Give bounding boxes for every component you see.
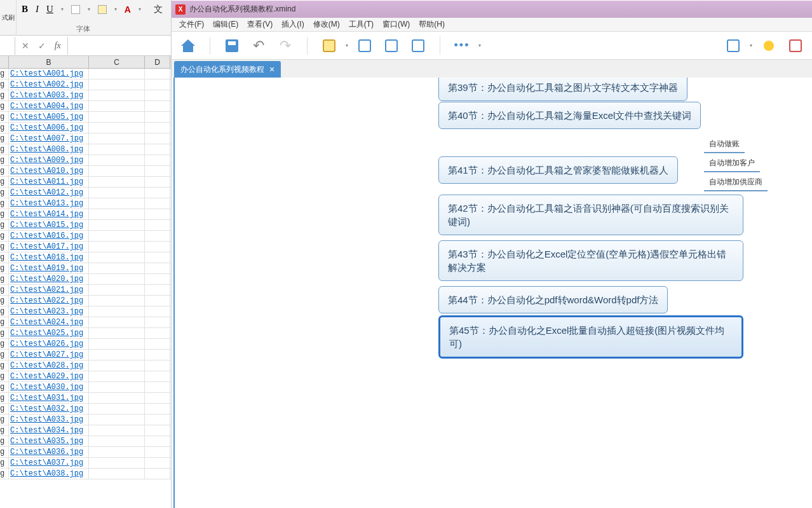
menu-item[interactable]: 文件(F) <box>175 18 208 31</box>
dropdown-icon[interactable]: ▾ <box>139 6 141 12</box>
menu-item[interactable]: 修改(M) <box>309 18 344 31</box>
table-row[interactable]: gC:\test\A013.jpg <box>0 198 171 209</box>
cell[interactable] <box>89 144 145 154</box>
menu-item[interactable]: 窗口(W) <box>379 18 414 31</box>
cell[interactable] <box>145 144 170 154</box>
cell[interactable]: g <box>0 360 9 371</box>
table-row[interactable]: gC:\test\A009.jpg <box>0 155 171 166</box>
cell[interactable] <box>89 306 145 317</box>
cell[interactable] <box>145 69 170 79</box>
cell[interactable]: g <box>0 371 9 381</box>
hyperlink-cell[interactable]: C:\test\A020.jpg <box>9 274 89 284</box>
hyperlink-cell[interactable]: C:\test\A035.jpg <box>9 436 89 446</box>
table-row[interactable]: gC:\test\A010.jpg <box>0 166 171 177</box>
menu-item[interactable]: 编辑(E) <box>209 18 242 31</box>
table-row[interactable]: gC:\test\A025.jpg <box>0 328 171 339</box>
cell[interactable]: g <box>0 317 9 327</box>
cell[interactable] <box>89 458 145 468</box>
cell[interactable] <box>145 209 170 219</box>
hyperlink-cell[interactable]: C:\test\A018.jpg <box>9 252 89 263</box>
cell[interactable] <box>145 371 170 381</box>
tool-button-3[interactable] <box>381 36 402 56</box>
cell[interactable] <box>145 393 170 403</box>
tab-close-icon[interactable]: × <box>269 64 274 74</box>
cell[interactable] <box>89 404 145 414</box>
hyperlink-cell[interactable]: C:\test\A015.jpg <box>9 220 89 230</box>
hyperlink-cell[interactable]: C:\test\A021.jpg <box>9 285 89 295</box>
cell[interactable]: g <box>0 274 9 284</box>
cell[interactable] <box>145 436 170 446</box>
hyperlink-cell[interactable]: C:\test\A010.jpg <box>9 166 89 176</box>
cell[interactable] <box>89 198 145 209</box>
hyperlink-cell[interactable]: C:\test\A036.jpg <box>9 447 89 457</box>
idea-button[interactable] <box>759 36 779 56</box>
cell[interactable] <box>89 274 145 284</box>
format-painter-button[interactable]: 式刷 <box>0 0 17 36</box>
document-tab[interactable]: 办公自动化系列视频教程 × <box>174 61 281 78</box>
cell[interactable]: g <box>0 436 9 446</box>
cell[interactable]: g <box>0 382 9 392</box>
hyperlink-cell[interactable]: C:\test\A014.jpg <box>9 209 89 219</box>
dropdown-icon[interactable]: ▾ <box>88 6 90 12</box>
hyperlink-cell[interactable]: C:\test\A029.jpg <box>9 371 89 381</box>
cell[interactable] <box>145 339 170 349</box>
table-row[interactable]: gC:\test\A016.jpg <box>0 231 171 242</box>
hyperlink-cell[interactable]: C:\test\A002.jpg <box>9 79 89 90</box>
cell[interactable]: g <box>0 252 9 263</box>
cell[interactable] <box>145 220 170 230</box>
table-row[interactable]: gC:\test\A017.jpg <box>0 242 171 252</box>
hyperlink-cell[interactable]: C:\test\A008.jpg <box>9 144 89 154</box>
cell[interactable] <box>145 177 170 187</box>
border-button[interactable] <box>71 5 80 14</box>
menu-item[interactable]: 帮助(H) <box>415 18 449 31</box>
menu-item[interactable]: 插入(I) <box>278 18 308 31</box>
table-row[interactable]: gC:\test\A028.jpg <box>0 360 171 371</box>
table-row[interactable]: gC:\test\A022.jpg <box>0 296 171 306</box>
cell[interactable] <box>89 177 145 187</box>
font-color-button[interactable]: A <box>125 4 131 15</box>
wen-button[interactable]: 文 <box>151 3 166 17</box>
cell[interactable] <box>89 220 145 230</box>
cell[interactable] <box>89 296 145 306</box>
cell[interactable] <box>89 350 145 360</box>
hyperlink-cell[interactable]: C:\test\A006.jpg <box>9 123 89 133</box>
cell-grid[interactable]: gC:\test\A001.jpggC:\test\A002.jpggC:\te… <box>0 69 171 479</box>
cell[interactable]: g <box>0 220 9 230</box>
tool-button-right[interactable] <box>785 36 806 56</box>
table-row[interactable]: gC:\test\A001.jpg <box>0 69 171 79</box>
menu-item[interactable]: 查看(V) <box>243 18 276 31</box>
cancel-icon[interactable]: ✕ <box>22 41 29 51</box>
mindmap-subnode[interactable]: 自动做账 <box>704 136 745 153</box>
dropdown-icon[interactable]: ▾ <box>346 43 348 48</box>
table-row[interactable]: gC:\test\A020.jpg <box>0 274 171 285</box>
cell[interactable] <box>89 469 145 479</box>
tool-button-4[interactable] <box>408 36 428 56</box>
cell[interactable] <box>145 447 170 457</box>
cell[interactable]: g <box>0 458 9 468</box>
cell[interactable] <box>145 296 170 306</box>
fx-icon[interactable]: fx <box>55 41 61 51</box>
cell[interactable] <box>89 339 145 349</box>
cell[interactable] <box>145 231 170 241</box>
cell[interactable] <box>89 134 145 144</box>
cell[interactable] <box>145 350 170 360</box>
mindmap-node[interactable]: 第42节：办公自动化工具箱之语音识别神器(可自动百度搜索识别关键词) <box>438 195 743 235</box>
cell[interactable]: g <box>0 415 9 425</box>
table-row[interactable]: gC:\test\A015.jpg <box>0 220 171 231</box>
cell[interactable] <box>89 209 145 219</box>
dropdown-icon[interactable]: ▾ <box>114 6 117 12</box>
cell[interactable] <box>145 252 170 263</box>
cell[interactable] <box>145 198 170 209</box>
cell[interactable] <box>89 242 145 252</box>
cell[interactable]: g <box>0 209 9 219</box>
hyperlink-cell[interactable]: C:\test\A028.jpg <box>9 360 89 371</box>
hyperlink-cell[interactable]: C:\test\A033.jpg <box>9 415 89 425</box>
home-button[interactable] <box>178 36 198 56</box>
table-row[interactable]: gC:\test\A034.jpg <box>0 425 171 436</box>
cell[interactable] <box>145 112 170 122</box>
table-row[interactable]: gC:\test\A006.jpg <box>0 123 171 134</box>
mindmap-node[interactable]: 第39节：办公自动化工具箱之图片文字转文本文字神器 <box>438 78 687 101</box>
cell[interactable]: g <box>0 447 9 457</box>
hyperlink-cell[interactable]: C:\test\A009.jpg <box>9 155 89 165</box>
table-row[interactable]: gC:\test\A023.jpg <box>0 306 171 317</box>
